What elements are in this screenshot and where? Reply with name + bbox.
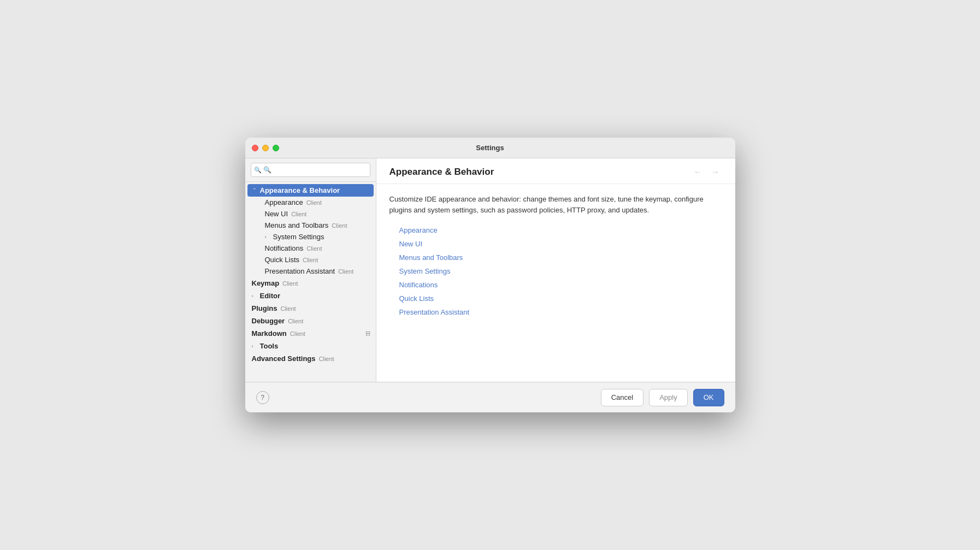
popout-icon: ⊟ [365, 330, 370, 337]
titlebar: Settings [245, 138, 735, 158]
sidebar-item-label: Quick Lists [265, 256, 300, 264]
sidebar-list: › Appearance & Behavior Appearance Clien… [245, 182, 376, 382]
sidebar-item-keymap[interactable]: Keymap Client [245, 277, 376, 289]
sidebar-item-advanced-settings[interactable]: Advanced Settings Client [245, 352, 376, 365]
link-new-ui[interactable]: New UI [399, 240, 722, 248]
sidebar-item-label: Presentation Assistant [265, 267, 335, 275]
sidebar-item-plugins[interactable]: Plugins Client [245, 302, 376, 315]
search-input[interactable] [251, 163, 370, 177]
sidebar-item-label: Editor [260, 292, 281, 300]
cancel-button[interactable]: Cancel [601, 389, 644, 406]
sidebar-item-label: Appearance & Behavior [260, 186, 340, 194]
sidebar-item-label: System Settings [273, 233, 324, 241]
sidebar-item-badge: Client [291, 211, 306, 217]
ok-button[interactable]: OK [693, 389, 724, 406]
link-quick-lists[interactable]: Quick Lists [399, 294, 722, 303]
sidebar-item-debugger[interactable]: Debugger Client [245, 315, 376, 327]
sidebar-item-menus-toolbars[interactable]: Menus and Toolbars Client [245, 220, 376, 231]
settings-window: Settings 🔍 › Appearance & Behavior Appea… [245, 138, 735, 412]
sidebar-item-label: Markdown [252, 329, 287, 338]
sidebar-item-badge: Client [288, 318, 303, 324]
panel-header: Appearance & Behavior ← → [376, 158, 735, 184]
sidebar-item-badge: Client [290, 330, 305, 337]
sidebar-item-label: Notifications [265, 244, 304, 252]
sidebar-item-label: New UI [265, 210, 288, 218]
close-button[interactable] [252, 145, 258, 151]
sidebar-item-label: Debugger [252, 317, 285, 325]
traffic-lights [252, 145, 279, 151]
sidebar-item-label: Keymap [252, 279, 280, 287]
minimize-button[interactable] [262, 145, 269, 151]
search-bar: 🔍 [245, 158, 376, 182]
chevron-icon: › [265, 234, 270, 240]
sidebar-item-label: Menus and Toolbars [265, 221, 329, 229]
help-button[interactable]: ? [256, 391, 269, 404]
nav-arrows: ← → [692, 166, 722, 178]
main-content: 🔍 › Appearance & Behavior Appearance Cli… [245, 158, 735, 382]
sidebar-item-label: Appearance [265, 198, 303, 206]
back-button[interactable]: ← [692, 166, 705, 178]
sidebar-item-badge: Client [280, 305, 296, 312]
link-menus-toolbars[interactable]: Menus and Toolbars [399, 253, 722, 262]
sidebar-item-badge: Client [338, 268, 353, 275]
panel-body: Customize IDE appearance and behavior: c… [376, 184, 735, 382]
links-list: Appearance New UI Menus and Toolbars Sys… [389, 226, 722, 316]
sidebar-item-badge: Client [282, 280, 298, 287]
sidebar-item-presentation-assistant[interactable]: Presentation Assistant Client [245, 265, 376, 277]
sidebar-item-quick-lists[interactable]: Quick Lists Client [245, 254, 376, 265]
apply-button[interactable]: Apply [649, 389, 688, 406]
panel-title: Appearance & Behavior [389, 167, 494, 178]
sidebar-item-badge: Client [303, 257, 318, 263]
window-title: Settings [476, 144, 504, 152]
sidebar-item-new-ui[interactable]: New UI Client [245, 208, 376, 220]
chevron-icon: › [252, 188, 257, 193]
link-appearance[interactable]: Appearance [399, 226, 722, 234]
sidebar-item-markdown[interactable]: Markdown Client ⊟ [245, 327, 376, 340]
maximize-button[interactable] [273, 145, 279, 151]
sidebar-item-notifications[interactable]: Notifications Client [245, 243, 376, 254]
sidebar-item-badge: Client [319, 356, 334, 362]
sidebar-item-label: Advanced Settings [252, 354, 316, 363]
link-presentation-assistant[interactable]: Presentation Assistant [399, 308, 722, 316]
chevron-icon: › [252, 344, 257, 349]
forward-button[interactable]: → [709, 166, 722, 178]
sidebar-item-editor[interactable]: › Editor [245, 289, 376, 302]
search-wrap: 🔍 [251, 163, 370, 177]
bottom-bar: ? Cancel Apply OK [245, 382, 735, 412]
sidebar-item-system-settings[interactable]: › System Settings [245, 231, 376, 243]
main-panel: Appearance & Behavior ← → Customize IDE … [376, 158, 735, 382]
link-system-settings[interactable]: System Settings [399, 267, 722, 275]
link-notifications[interactable]: Notifications [399, 281, 722, 289]
sidebar-item-badge: Client [306, 245, 322, 252]
sidebar-item-badge: Client [332, 222, 347, 229]
sidebar-item-badge: Client [306, 199, 322, 206]
sidebar-item-label: Tools [260, 342, 279, 350]
sidebar-item-appearance[interactable]: Appearance Client [245, 197, 376, 208]
sidebar-item-tools[interactable]: › Tools [245, 340, 376, 352]
chevron-icon: › [252, 293, 257, 299]
sidebar-item-appearance-behavior[interactable]: › Appearance & Behavior [247, 184, 374, 197]
panel-description: Customize IDE appearance and behavior: c… [389, 194, 722, 215]
sidebar-item-label: Plugins [252, 304, 278, 312]
sidebar: 🔍 › Appearance & Behavior Appearance Cli… [245, 158, 376, 382]
